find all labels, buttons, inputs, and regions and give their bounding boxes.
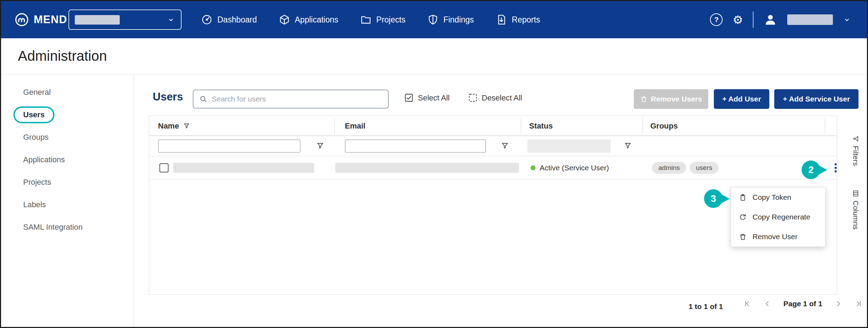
name-filter-input[interactable] bbox=[158, 139, 301, 153]
nav-item-applications[interactable]: Applications bbox=[279, 14, 338, 25]
nav-label: Applications bbox=[295, 15, 338, 25]
menu-item-remove-user[interactable]: Remove User bbox=[731, 227, 825, 247]
filters-panel-tab[interactable]: Filters bbox=[851, 135, 860, 166]
users-search-box bbox=[193, 90, 389, 109]
top-navbar: MEND Dashboard bbox=[1, 1, 867, 38]
column-label: Status bbox=[529, 122, 553, 131]
nav-label: Reports bbox=[512, 15, 540, 25]
nav-item-dashboard[interactable]: Dashboard bbox=[201, 14, 257, 25]
nav-label: Projects bbox=[376, 15, 406, 25]
redacted-email bbox=[335, 163, 519, 173]
page-title: Administration bbox=[18, 48, 107, 64]
add-user-button[interactable]: + Add User bbox=[714, 89, 769, 109]
trash-icon bbox=[640, 96, 647, 103]
callout-arrow bbox=[721, 194, 730, 204]
callout-step-3: 3 bbox=[704, 189, 723, 208]
column-label: Name bbox=[158, 122, 179, 131]
sidebar-item-labels[interactable]: Labels bbox=[1, 193, 133, 216]
divider bbox=[753, 12, 754, 28]
sidebar-item-saml-integration[interactable]: SAML Integration bbox=[1, 216, 133, 238]
column-header-email: Email bbox=[345, 116, 366, 136]
callout-number: 2 bbox=[802, 160, 820, 179]
status-filter-funnel-icon[interactable] bbox=[624, 142, 632, 150]
redacted-name bbox=[173, 163, 314, 173]
menu-item-copy-regenerate[interactable]: Copy Regenerate bbox=[731, 207, 825, 227]
gear-icon[interactable]: ⚙ bbox=[732, 14, 743, 26]
brand-text: MEND bbox=[34, 13, 67, 26]
menu-item-label: Copy Token bbox=[752, 193, 791, 202]
sidebar-item-users[interactable]: Users bbox=[1, 104, 133, 126]
sidebar-item-general[interactable]: General bbox=[1, 81, 133, 104]
row-actions-menu: Copy Token Copy Regenerate Remove User bbox=[731, 187, 826, 247]
sidebar-item-label: General bbox=[23, 88, 51, 97]
email-filter-funnel-icon[interactable] bbox=[501, 142, 509, 150]
remove-users-label: Remove Users bbox=[651, 95, 702, 103]
nav-item-reports[interactable]: Reports bbox=[496, 14, 540, 25]
funnel-icon bbox=[852, 135, 859, 142]
applications-icon bbox=[279, 14, 290, 25]
column-divider bbox=[334, 118, 335, 134]
mend-logo[interactable]: MEND bbox=[14, 1, 67, 38]
dashed-square-icon bbox=[468, 93, 478, 103]
add-service-user-label: + Add Service User bbox=[783, 95, 850, 103]
page-header: Administration bbox=[1, 38, 867, 75]
nav-label: Findings bbox=[443, 15, 474, 25]
pagination-controls: Page 1 of 1 bbox=[743, 300, 863, 308]
sidebar-item-projects[interactable]: Projects bbox=[1, 171, 133, 193]
main-nav: Dashboard Applications Projects bbox=[201, 1, 540, 38]
add-service-user-button[interactable]: + Add Service User bbox=[774, 89, 859, 109]
deselect-all-button[interactable]: Deselect All bbox=[468, 93, 522, 103]
sidebar-item-label: Applications bbox=[23, 155, 65, 164]
admin-sidebar: General Users Groups Applications Projec… bbox=[1, 75, 134, 327]
report-icon bbox=[496, 14, 507, 25]
pagination-page-text: Page 1 of 1 bbox=[783, 300, 822, 308]
column-divider bbox=[643, 118, 643, 134]
name-filter-funnel-icon[interactable] bbox=[316, 142, 324, 150]
checkbox-checked-icon bbox=[404, 93, 414, 103]
columns-tab-label: Columns bbox=[851, 201, 860, 230]
redacted-username bbox=[787, 14, 833, 25]
mend-admin-page: MEND Dashboard bbox=[0, 0, 868, 328]
status-filter-input bbox=[527, 139, 611, 153]
redacted-org-name bbox=[75, 15, 120, 25]
nav-item-findings[interactable]: Findings bbox=[427, 14, 474, 25]
columns-icon bbox=[852, 190, 859, 197]
column-header-status: Status bbox=[529, 116, 553, 136]
select-all-button[interactable]: Select All bbox=[404, 93, 450, 103]
help-icon[interactable]: ? bbox=[710, 13, 723, 26]
filter-funnel-icon[interactable] bbox=[183, 123, 190, 129]
search-input[interactable] bbox=[212, 95, 382, 103]
sidebar-item-label: Projects bbox=[23, 178, 51, 187]
add-user-label: + Add User bbox=[722, 95, 761, 103]
deselect-all-label: Deselect All bbox=[482, 93, 522, 103]
row-actions-kebab-icon[interactable] bbox=[831, 161, 840, 175]
columns-panel-tab[interactable]: Columns bbox=[851, 190, 860, 230]
menu-item-label: Copy Regenerate bbox=[752, 213, 810, 221]
users-section-title: Users bbox=[153, 91, 183, 103]
next-page-icon bbox=[834, 300, 843, 308]
column-label: Email bbox=[345, 122, 366, 131]
mend-logo-icon bbox=[14, 12, 29, 27]
row-checkbox[interactable] bbox=[159, 163, 169, 172]
chevron-down-icon bbox=[167, 15, 175, 24]
dashboard-icon bbox=[201, 14, 212, 25]
chevron-down-icon[interactable] bbox=[843, 15, 851, 24]
sidebar-item-label: SAML Integration bbox=[23, 223, 83, 232]
clipboard-icon bbox=[739, 193, 747, 202]
menu-item-copy-token[interactable]: Copy Token bbox=[731, 188, 825, 207]
column-label: Groups bbox=[650, 122, 678, 131]
prev-page-icon bbox=[763, 300, 771, 308]
last-page-icon bbox=[855, 300, 863, 308]
table-filter-row bbox=[149, 136, 837, 156]
sidebar-item-groups[interactable]: Groups bbox=[1, 126, 133, 149]
column-divider bbox=[521, 118, 521, 134]
sidebar-item-applications[interactable]: Applications bbox=[1, 149, 133, 171]
navbar-right-cluster: ? ⚙ bbox=[710, 1, 851, 38]
sidebar-item-label: Users bbox=[23, 110, 45, 119]
user-avatar-icon[interactable] bbox=[763, 13, 777, 27]
nav-item-projects[interactable]: Projects bbox=[360, 14, 406, 25]
column-divider bbox=[825, 118, 825, 134]
email-filter-input[interactable] bbox=[345, 139, 486, 153]
callout-number: 3 bbox=[704, 189, 723, 208]
organization-selector[interactable] bbox=[68, 9, 182, 30]
